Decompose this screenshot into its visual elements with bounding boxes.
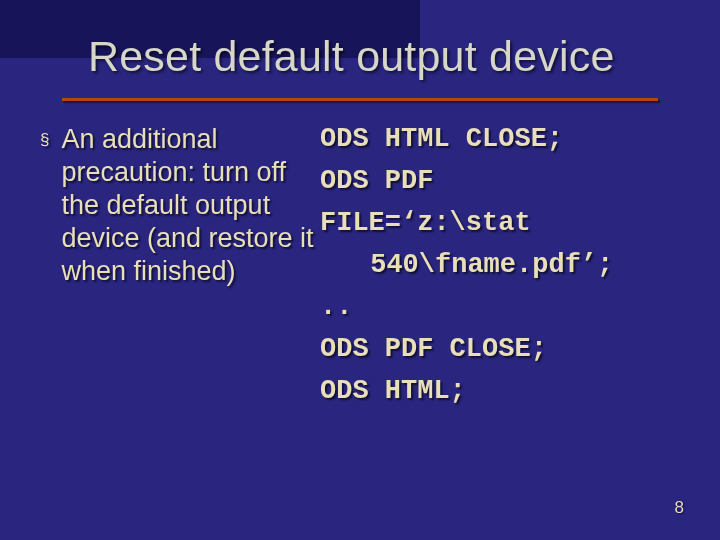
title-underline — [62, 98, 658, 101]
code-line-7: ODS HTML; — [320, 375, 680, 408]
code-line-5: .. — [320, 291, 680, 324]
code-line-2: ODS PDF — [320, 165, 680, 198]
bullet-row: § An additional precaution: turn off the… — [40, 123, 320, 288]
page-number: 8 — [675, 498, 684, 518]
code-line-6: ODS PDF CLOSE; — [320, 333, 680, 366]
bullet-text: An additional precaution: turn off the d… — [61, 123, 320, 288]
bullet-mark: § — [40, 123, 49, 157]
code-line-1: ODS HTML CLOSE; — [320, 123, 680, 156]
code-line-4: 540\fname.pdf’; — [320, 249, 680, 282]
slide-body: § An additional precaution: turn off the… — [40, 123, 680, 417]
slide: Reset default output device § An additio… — [0, 0, 720, 540]
left-column: § An additional precaution: turn off the… — [40, 123, 320, 288]
right-column: ODS HTML CLOSE; ODS PDF FILE=‘z:\stat 54… — [320, 123, 680, 417]
code-line-3: FILE=‘z:\stat — [320, 207, 680, 240]
slide-title: Reset default output device — [88, 32, 615, 81]
